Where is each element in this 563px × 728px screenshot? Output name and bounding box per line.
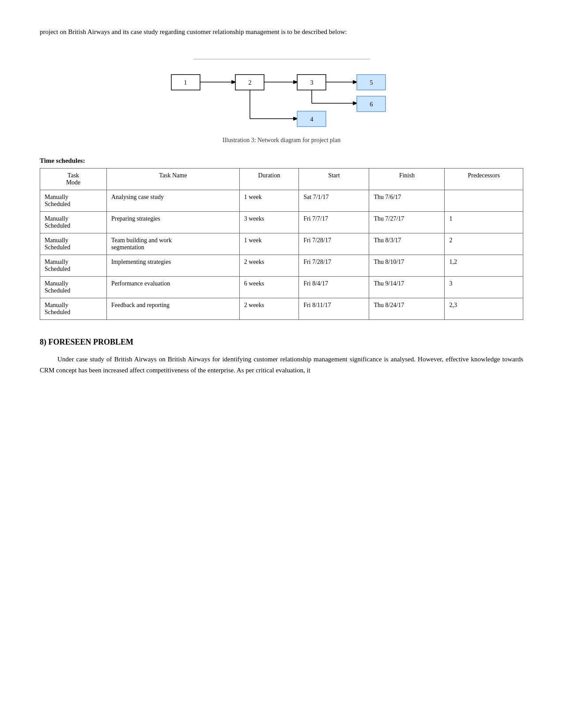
cell-task-name: Team building and worksegmentation [106, 233, 239, 255]
cell-start: Fri 7/28/17 [299, 233, 369, 255]
svg-text:6: 6 [370, 101, 373, 108]
cell-mode: ManuallyScheduled [40, 212, 107, 233]
cell-mode: ManuallyScheduled [40, 233, 107, 255]
cell-finish: Thu 8/10/17 [369, 255, 445, 277]
svg-text:4: 4 [310, 116, 313, 123]
diagram-container: 1 2 3 5 6 [40, 50, 523, 144]
cell-mode: ManuallyScheduled [40, 298, 107, 320]
cell-finish: Thu 8/24/17 [369, 298, 445, 320]
cell-duration: 1 week [239, 190, 299, 212]
cell-mode: ManuallyScheduled [40, 277, 107, 298]
section8-paragraph: Under case study of British Airways on B… [40, 354, 523, 376]
cell-finish: Thu 7/27/17 [369, 212, 445, 233]
cell-start: Fri 7/7/17 [299, 212, 369, 233]
cell-predecessors: 2 [445, 233, 523, 255]
time-schedules-title: Time schedules: [40, 157, 523, 165]
cell-predecessors [445, 190, 523, 212]
col-header-predecessors: Predecessors [445, 169, 523, 190]
cell-predecessors: 2,3 [445, 298, 523, 320]
cell-start: Sat 7/1/17 [299, 190, 369, 212]
cell-duration: 2 weeks [239, 255, 299, 277]
cell-predecessors: 3 [445, 277, 523, 298]
table-row: ManuallyScheduledAnalysing case study1 w… [40, 190, 523, 212]
section8-heading: 8) FORESEEN PROBLEM [40, 338, 523, 347]
col-header-finish: Finish [369, 169, 445, 190]
cell-finish: Thu 7/6/17 [369, 190, 445, 212]
cell-duration: 2 weeks [239, 298, 299, 320]
cell-task-name: Preparing strategies [106, 212, 239, 233]
cell-duration: 1 week [239, 233, 299, 255]
cell-task-name: Implementing strategies [106, 255, 239, 277]
cell-mode: ManuallyScheduled [40, 255, 107, 277]
svg-text:3: 3 [310, 79, 313, 86]
svg-text:2: 2 [248, 79, 251, 86]
svg-text:5: 5 [370, 79, 373, 86]
time-schedules-table: TaskMode Task Name Duration Start Finish… [40, 168, 523, 320]
section8-body: Under case study of British Airways on B… [40, 354, 523, 376]
table-row: ManuallyScheduledImplementing strategies… [40, 255, 523, 277]
cell-duration: 3 weeks [239, 212, 299, 233]
intro-text: project on British Airways and its case … [40, 28, 347, 35]
table-row: ManuallyScheduledPreparing strategies3 w… [40, 212, 523, 233]
diagram-caption: Illustration 3: Network diagram for proj… [223, 137, 340, 144]
table-row: ManuallyScheduledTeam building and works… [40, 233, 523, 255]
col-header-mode: TaskMode [40, 169, 107, 190]
table-row: ManuallyScheduledFeedback and reporting2… [40, 298, 523, 320]
col-header-duration: Duration [239, 169, 299, 190]
network-diagram: 1 2 3 5 6 [167, 50, 397, 134]
col-header-start: Start [299, 169, 369, 190]
cell-start: Fri 8/11/17 [299, 298, 369, 320]
cell-start: Fri 7/28/17 [299, 255, 369, 277]
cell-task-name: Analysing case study [106, 190, 239, 212]
cell-finish: Thu 9/14/17 [369, 277, 445, 298]
intro-paragraph: project on British Airways and its case … [40, 26, 523, 37]
cell-predecessors: 1,2 [445, 255, 523, 277]
cell-predecessors: 1 [445, 212, 523, 233]
svg-text:1: 1 [184, 79, 187, 86]
cell-task-name: Feedback and reporting [106, 298, 239, 320]
cell-finish: Thu 8/3/17 [369, 233, 445, 255]
cell-duration: 6 weeks [239, 277, 299, 298]
cell-start: Fri 8/4/17 [299, 277, 369, 298]
table-row: ManuallyScheduledPerformance evaluation6… [40, 277, 523, 298]
cell-task-name: Performance evaluation [106, 277, 239, 298]
col-header-taskname: Task Name [106, 169, 239, 190]
cell-mode: ManuallyScheduled [40, 190, 107, 212]
